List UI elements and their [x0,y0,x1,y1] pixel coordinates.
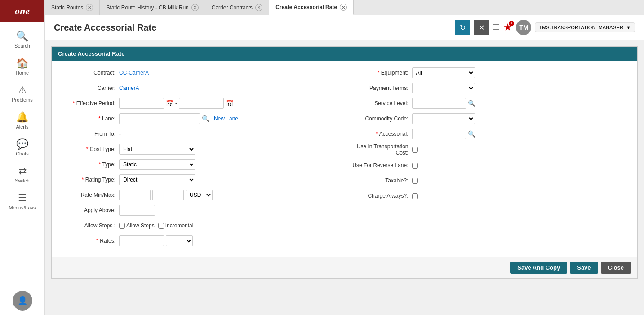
tab-close-icon[interactable]: ✕ [191,4,199,11]
calendar-start-button[interactable]: 📅 [166,100,173,107]
app-logo[interactable]: one [0,0,44,22]
contract-row: Contract: CC-CarrierA [56,67,340,79]
calendar-end-button[interactable]: 📅 [226,100,233,107]
rates-row: Rates: [56,235,340,247]
accessorial-search-button[interactable]: 🔍 [468,130,475,138]
warning-icon: ⚠ [18,84,27,96]
tab-label: Static Routes [51,4,83,11]
tab-close-icon[interactable]: ✕ [86,4,93,11]
star-plus-icon: + [509,21,514,26]
equipment-row: Equipment: All Flatbed Reefer Van [349,67,633,79]
rating-type-select[interactable]: Direct Per Mile Per Cwt [119,174,195,185]
rate-min-input[interactable] [119,190,151,200]
form-area: Create Accessorial Rate Contract: CC-Car… [45,40,644,315]
rate-min-max-group: USD CAD EUR [119,190,213,200]
incremental-checkbox[interactable] [158,223,164,229]
charge-always-row: Charge Always?: [349,190,633,202]
tab-static-routes[interactable]: Static Routes ✕ [45,0,100,15]
sidebar-item-home[interactable]: 🏠 Home [0,53,44,80]
rate-max-input[interactable] [152,190,184,200]
search-icon: 🔍 [16,31,28,42]
use-for-reverse-checkbox[interactable] [412,163,418,169]
sidebar: one 🔍 Search 🏠 Home ⚠ Problems 🔔 Alerts … [0,0,45,315]
apply-above-input[interactable] [119,205,155,216]
close-button[interactable]: ✕ [474,20,489,35]
sidebar-item-label: Alerts [16,124,28,129]
form-panel-header: Create Accessorial Rate [52,47,637,61]
user-dropdown[interactable]: TMS.TRANSPORTATION_MANAGER ▼ [535,22,635,32]
payment-terms-label: Payment Terms: [349,85,412,91]
panel-title: Create Accessorial Rate [58,50,124,57]
allow-steps-text: Allow Steps [126,222,155,229]
carrier-value: CarrierA [119,85,139,91]
sidebar-bottom: 👤 [0,291,44,315]
effective-period-start[interactable] [119,98,164,109]
menu-button[interactable]: ☰ [493,22,500,32]
payment-terms-select[interactable] [412,83,475,93]
new-lane-link[interactable]: New Lane [214,115,238,122]
sidebar-item-label: Search [14,43,30,49]
rates-input[interactable] [119,235,164,246]
sidebar-item-label: Menus/Favs [9,205,36,210]
tab-label: Carrier Contracts [212,4,253,11]
effective-period-end[interactable] [179,98,224,109]
dropdown-arrow-icon: ▼ [626,25,631,30]
close-form-button[interactable]: Close [601,262,631,274]
service-level-row: Service Level: 🔍 [349,98,633,109]
lane-search-button[interactable]: 🔍 [202,115,209,122]
service-level-search-button[interactable]: 🔍 [468,100,475,107]
rates-select[interactable] [166,235,193,246]
form-body: Contract: CC-CarrierA Carrier: CarrierA … [52,61,637,257]
user-name: TMS.TRANSPORTATION_MANAGER [539,25,623,30]
tab-close-icon[interactable]: ✕ [340,4,347,11]
taxable-row: Taxable?: [349,175,633,186]
allow-steps-checkbox[interactable] [119,223,125,229]
from-to-value: - [119,131,121,137]
cost-type-select[interactable]: Flat Per Unit Percentage [119,144,195,155]
page-title: Create Accessorial Rate [54,22,455,33]
sidebar-item-search[interactable]: 🔍 Search [0,26,44,53]
type-select[interactable]: Static Dynamic Table [119,159,195,170]
carrier-row: Carrier: CarrierA [56,82,340,94]
sidebar-item-switch[interactable]: ⇄ Switch [0,161,44,188]
lane-row: Lane: 🔍 New Lane [56,113,340,124]
header-actions: ↻ ✕ ☰ ★ + TM TMS.TRANSPORTATION_MANAGER … [455,20,635,35]
charge-always-checkbox[interactable] [412,193,418,199]
taxable-checkbox[interactable] [412,178,418,184]
sidebar-item-alerts[interactable]: 🔔 Alerts [0,107,44,134]
commodity-code-select[interactable] [412,113,475,124]
period-separator: - [175,100,177,106]
from-to-row: From To: - [56,128,340,140]
allow-steps-checkbox-label[interactable]: Allow Steps [119,222,155,229]
favorite-button[interactable]: ★ + [503,22,512,33]
user-initials-badge: TM [516,20,531,35]
service-level-input[interactable] [412,98,466,109]
user-initials: TM [519,24,528,31]
currency-select[interactable]: USD CAD EUR [186,190,213,200]
effective-period-group: 📅 - 📅 [119,98,233,109]
rating-type-row: Rating Type: Direct Per Mile Per Cwt [56,174,340,186]
sidebar-item-problems[interactable]: ⚠ Problems [0,80,44,107]
accessorial-input[interactable] [412,129,466,139]
use-in-transport-checkbox[interactable] [412,147,418,153]
equipment-select[interactable]: All Flatbed Reefer Van [412,67,475,78]
tab-create-accessorial-rate[interactable]: Create Accessorial Rate ✕ [269,0,354,15]
user-avatar[interactable]: 👤 [13,291,32,311]
accessorial-row: Accessorial: 🔍 [349,128,633,140]
refresh-button[interactable]: ↻ [455,20,470,35]
chat-icon: 💬 [16,138,28,150]
page-header: Create Accessorial Rate ↻ ✕ ☰ ★ + TM TMS… [45,15,644,40]
use-in-transport-label: Use In Transportation Cost: [349,143,412,156]
tab-carrier-contracts[interactable]: Carrier Contracts ✕ [205,0,269,15]
save-button[interactable]: Save [570,262,598,274]
lane-input[interactable] [119,113,200,124]
tab-close-icon[interactable]: ✕ [255,4,262,11]
tab-static-route-history[interactable]: Static Route History - CB Milk Run ✕ [100,0,205,15]
save-and-copy-button[interactable]: Save And Copy [510,262,567,274]
sidebar-item-chats[interactable]: 💬 Chats [0,134,44,161]
incremental-text: Incremental [165,222,194,229]
commodity-code-row: Commodity Code: [349,113,633,124]
incremental-checkbox-label[interactable]: Incremental [158,222,194,229]
form-right: Equipment: All Flatbed Reefer Van Paymen… [349,67,633,250]
sidebar-item-menus[interactable]: ☰ Menus/Favs [0,188,44,215]
